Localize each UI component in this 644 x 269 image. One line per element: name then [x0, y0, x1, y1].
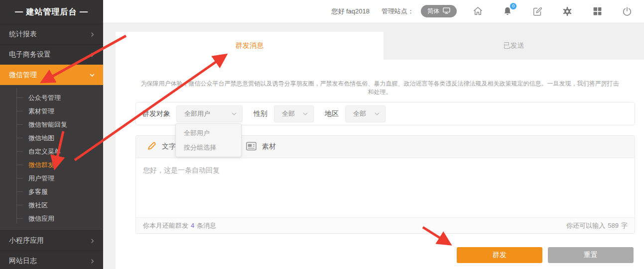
- audience-filter-row: 群发对象 全部用户 性别 全部 地区 全部: [135, 102, 635, 125]
- sidebar-item-miniprogram[interactable]: 小程序应用: [0, 230, 103, 251]
- send-button[interactable]: 群发: [457, 247, 542, 263]
- submenu-item-multi-service[interactable]: 多客服: [0, 185, 103, 198]
- submenu-item-custom-menu[interactable]: 自定义菜单: [0, 145, 103, 158]
- wechat-submenu: 公众号管理 素材管理 微信智能回复 微信地图 自定义菜单 微信群发 用户管理 多…: [0, 85, 103, 230]
- top-header: 您好 faq2018 管理站点： 简体 0: [103, 0, 644, 22]
- home-icon[interactable]: [472, 5, 484, 17]
- site-label: 管理站点：: [382, 7, 414, 16]
- editor-tab-label: 素材: [262, 142, 276, 151]
- chevron-right-icon: [90, 238, 95, 244]
- edit-icon[interactable]: [531, 5, 543, 17]
- editor-tab-text[interactable]: 文字: [147, 141, 176, 152]
- submenu-label: 用户管理: [28, 174, 54, 183]
- editor-tab-material[interactable]: 素材: [246, 142, 276, 152]
- dropdown-option-all-users[interactable]: 全部用户: [176, 126, 241, 140]
- chevron-down-icon: [374, 111, 380, 117]
- chevron-right-icon: [90, 32, 95, 37]
- quota-suffix: 条消息: [197, 222, 216, 229]
- language-switcher[interactable]: 简体: [421, 5, 457, 17]
- sidebar-item-site-log[interactable]: 网站日志: [0, 251, 103, 269]
- submenu-label: 自定义菜单: [28, 147, 61, 156]
- submenu-label: 微社区: [28, 201, 48, 210]
- remaining-prefix: 你还可以输入: [566, 222, 605, 229]
- sidebar-item-label: 网站日志: [9, 257, 37, 266]
- sidebar-item-wechat[interactable]: 微信管理: [0, 65, 103, 85]
- target-select-value: 全部用户: [184, 109, 210, 118]
- message-tabs: 群发消息 已发送: [116, 32, 644, 60]
- editor-status-bar: 你本月还能群发4条消息 你还可以输入589字: [136, 217, 635, 233]
- target-label: 群发对象: [142, 109, 170, 118]
- monitor-icon: [443, 7, 450, 15]
- notifications-bell-icon[interactable]: 0: [502, 5, 514, 17]
- user-greeting: 您好 faq2018: [331, 7, 370, 16]
- quota-count: 4: [191, 222, 194, 229]
- content-panel: 群发消息 已发送 为保障用户体验，微信公众平台严禁恶意营销以及诱导分享朋友圈，严…: [116, 32, 644, 269]
- submenu-label: 微信智能回复: [28, 120, 67, 129]
- submenu-label: 微信应用: [28, 214, 54, 223]
- submenu-label: 微信群发: [28, 161, 54, 170]
- policy-notice: 为保障用户体验，微信公众平台严禁恶意营销以及诱导分享朋友圈，严禁发布色情低俗、暴…: [116, 80, 644, 96]
- region-label: 地区: [325, 109, 339, 118]
- sidebar-item-statistics[interactable]: 统计报表: [0, 24, 103, 44]
- material-icon: [246, 142, 257, 152]
- gender-label: 性别: [254, 109, 267, 118]
- submenu-item-material[interactable]: 素材管理: [0, 104, 103, 118]
- tab-mass-message[interactable]: 群发消息: [116, 32, 384, 60]
- sidebar-item-label: 电子商务设置: [9, 50, 51, 59]
- admin-app: — 建站管理后台 — 统计报表 电子商务设置 微信管理 公众号管理 素材管理 微…: [0, 0, 644, 269]
- quota-prefix: 你本月还能群发: [143, 222, 188, 229]
- remaining-count: 589: [608, 222, 619, 229]
- char-remaining: 你还可以输入589字: [566, 221, 628, 230]
- sidebar-item-label: 微信管理: [9, 71, 37, 80]
- submenu-label: 公众号管理: [28, 93, 61, 102]
- submenu-label: 微信地图: [28, 134, 54, 143]
- action-buttons: 群发 重置: [457, 247, 634, 263]
- editor-tab-label: 文字: [162, 142, 176, 151]
- message-input[interactable]: 您好，这是一条自动回复: [136, 158, 635, 217]
- app-title: — 建站管理后台 —: [0, 0, 103, 24]
- submenu-item-official-account[interactable]: 公众号管理: [0, 91, 103, 104]
- submenu-item-wechat-app[interactable]: 微信应用: [0, 212, 103, 225]
- chevron-down-icon: [302, 111, 308, 117]
- monthly-quota: 你本月还能群发4条消息: [143, 221, 216, 230]
- chevron-down-icon: [89, 72, 95, 78]
- sidebar-item-ecommerce[interactable]: 电子商务设置: [0, 44, 103, 65]
- sidebar-item-label: 统计报表: [9, 30, 37, 39]
- remaining-suffix: 字: [621, 222, 628, 229]
- submenu-label: 素材管理: [28, 107, 54, 116]
- submenu-item-mass-send[interactable]: 微信群发: [0, 158, 103, 172]
- header-icons: 0: [472, 5, 633, 17]
- submenu-label: 多客服: [28, 187, 48, 196]
- region-select-value: 全部: [353, 109, 366, 118]
- chevron-right-icon: [90, 52, 95, 58]
- submenu-item-user-management[interactable]: 用户管理: [0, 172, 103, 185]
- pencil-icon: [147, 141, 156, 152]
- tab-label: 群发消息: [236, 41, 263, 50]
- tab-label: 已发送: [504, 41, 524, 50]
- target-select[interactable]: 全部用户: [176, 105, 243, 122]
- gender-select-value: 全部: [282, 109, 295, 118]
- notification-badge: 0: [510, 2, 517, 10]
- submenu-item-wechat-map[interactable]: 微信地图: [0, 131, 103, 145]
- tab-sent[interactable]: 已发送: [384, 32, 644, 60]
- sidebar-item-label: 小程序应用: [9, 236, 44, 245]
- submenu-item-micro-community[interactable]: 微社区: [0, 198, 103, 212]
- chevron-right-icon: [90, 259, 95, 264]
- apps-grid-icon[interactable]: [591, 5, 603, 17]
- gender-select[interactable]: 全部: [274, 105, 314, 122]
- chevron-down-icon: [231, 111, 237, 117]
- sidebar: — 建站管理后台 — 统计报表 电子商务设置 微信管理 公众号管理 素材管理 微…: [0, 0, 103, 269]
- submenu-item-smart-reply[interactable]: 微信智能回复: [0, 118, 103, 131]
- target-select-dropdown: 全部用户 按分组选择: [175, 123, 242, 157]
- reset-button[interactable]: 重置: [548, 247, 634, 263]
- language-value: 简体: [427, 7, 439, 15]
- settings-gear-icon[interactable]: [561, 5, 573, 17]
- region-select[interactable]: 全部: [345, 105, 386, 122]
- logout-power-icon[interactable]: [621, 5, 633, 17]
- dropdown-option-by-group[interactable]: 按分组选择: [176, 140, 241, 155]
